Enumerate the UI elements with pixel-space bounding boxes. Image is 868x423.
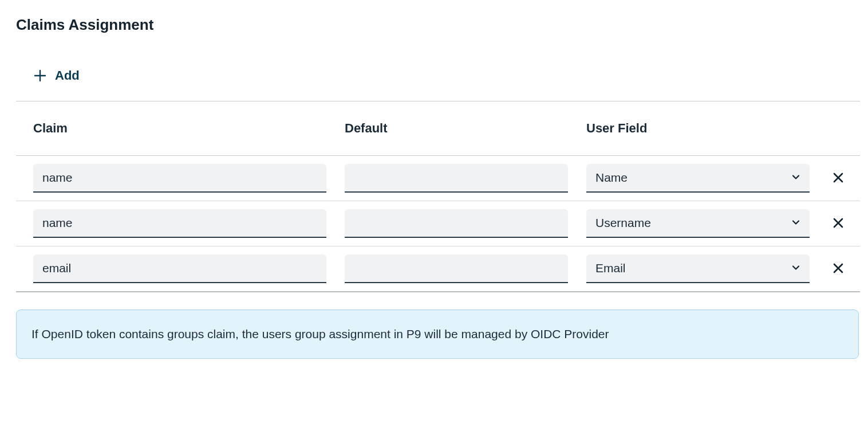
- info-banner: If OpenID token contains groups claim, t…: [16, 310, 859, 359]
- default-input[interactable]: [345, 209, 568, 238]
- add-button[interactable]: Add: [33, 68, 80, 83]
- plus-icon: [33, 69, 47, 83]
- table-row: Name: [16, 156, 860, 201]
- claim-input[interactable]: [33, 254, 326, 283]
- claim-input[interactable]: [33, 164, 326, 193]
- add-bar: Add: [16, 52, 860, 101]
- claim-input[interactable]: [33, 209, 326, 238]
- default-input[interactable]: [345, 254, 568, 283]
- table-header: Claim Default User Field: [16, 101, 860, 156]
- remove-row-button[interactable]: [827, 166, 850, 191]
- default-input[interactable]: [345, 164, 568, 193]
- user-field-select[interactable]: Name: [586, 164, 810, 193]
- user-field-select[interactable]: Email: [586, 254, 810, 283]
- close-icon: [831, 261, 845, 277]
- remove-row-button[interactable]: [827, 211, 850, 236]
- close-icon: [831, 216, 845, 232]
- add-button-label: Add: [55, 68, 80, 83]
- table-row: Username: [16, 201, 860, 246]
- remove-row-button[interactable]: [827, 257, 850, 281]
- header-default: Default: [345, 121, 586, 136]
- header-claim: Claim: [33, 121, 345, 136]
- user-field-select[interactable]: Username: [586, 209, 810, 238]
- table-row: Email: [16, 246, 860, 292]
- header-user-field: User Field: [586, 121, 815, 136]
- section-title: Claims Assignment: [16, 16, 860, 34]
- close-icon: [831, 171, 845, 186]
